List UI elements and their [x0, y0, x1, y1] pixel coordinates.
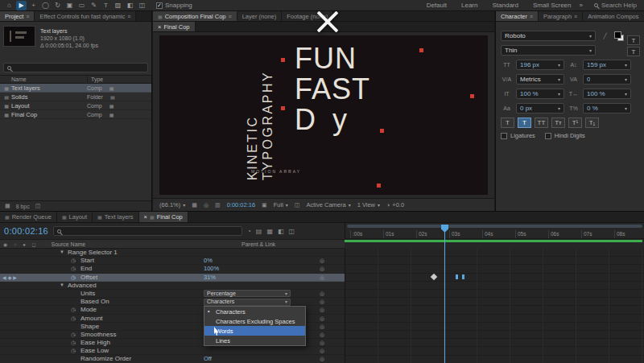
pick-whip-icon[interactable]: ◎: [320, 257, 324, 265]
property-label[interactable]: Units: [80, 290, 95, 298]
tab-layer[interactable]: Layer (none): [237, 11, 283, 21]
tab-character[interactable]: Character ≡: [496, 11, 539, 21]
snapping-checkbox[interactable]: ✓: [156, 2, 163, 9]
orbit-tool-icon[interactable]: ↻: [52, 1, 63, 10]
glyph-tile[interactable]: T: [627, 47, 640, 56]
work-area-bar[interactable]: [347, 225, 642, 228]
panel-menu-icon[interactable]: ≡: [127, 14, 130, 19]
keyframe-track-area[interactable]: [345, 249, 644, 363]
property-label[interactable]: Offset: [80, 274, 97, 282]
property-value[interactable]: 0%: [204, 257, 213, 265]
frame-blending-icon[interactable]: ◧: [278, 228, 284, 235]
pick-whip-icon[interactable]: ◎: [320, 315, 324, 323]
property-value[interactable]: Off: [204, 355, 212, 363]
menu-item-words[interactable]: Words: [204, 326, 305, 336]
table-row[interactable]: ▦ Layout Comp▦: [0, 101, 151, 110]
keyframe-marker[interactable]: [456, 274, 458, 279]
tracking-select[interactable]: 0 ▾: [583, 74, 631, 85]
workspace-learn[interactable]: Learn: [461, 2, 477, 9]
mask-visibility-icon[interactable]: ▥: [215, 202, 221, 208]
composition-mini-flowchart-icon[interactable]: ◔: [247, 228, 251, 235]
subscript-button[interactable]: T₁: [585, 118, 599, 128]
column-parent-link[interactable]: Parent & Link: [242, 241, 275, 247]
pick-whip-icon[interactable]: ◎: [320, 339, 324, 347]
twirl-open-icon[interactable]: ▼: [60, 250, 64, 254]
property-row-ease-low[interactable]: ◷ Ease Low ◎: [0, 347, 345, 355]
property-row-range-selector[interactable]: ▼ Range Selector 1: [0, 249, 345, 257]
camera-select[interactable]: Active Camera ▾: [306, 201, 350, 208]
close-icon[interactable]: ×: [158, 23, 161, 31]
motion-blur-icon[interactable]: ◫: [289, 228, 295, 235]
font-size-select[interactable]: 196 px ▾: [516, 60, 564, 70]
all-caps-button[interactable]: TT: [535, 118, 548, 128]
twirl-open-icon[interactable]: ▼: [60, 283, 64, 287]
pick-whip-icon[interactable]: ◎: [320, 306, 324, 314]
based-on-dropdown[interactable]: Characters ▾: [204, 299, 291, 306]
snapshot-icon[interactable]: ▣: [262, 202, 267, 208]
panel-menu-icon[interactable]: ≡: [26, 14, 29, 19]
stopwatch-icon[interactable]: ◷: [71, 306, 76, 314]
selection-handle[interactable]: [281, 58, 285, 62]
tab-text-layers[interactable]: ▦ Text layers: [93, 212, 139, 222]
table-row[interactable]: ▦ Text layers Comp▦: [0, 84, 151, 93]
workspace-standard[interactable]: Standard: [492, 2, 518, 9]
draft-3d-icon[interactable]: ▤: [256, 228, 262, 235]
property-label[interactable]: Ease High: [80, 339, 110, 347]
property-label[interactable]: End: [80, 265, 92, 273]
property-row-offset[interactable]: ◀◆▶ ◷ Offset 31% ◎: [0, 274, 345, 282]
property-row-start[interactable]: ◷ Start 0% ◎: [0, 257, 345, 265]
tab-paragraph[interactable]: Paragraph ≡: [539, 11, 583, 21]
property-label[interactable]: Amount: [80, 315, 103, 323]
resolution-select[interactable]: Full ▾: [274, 201, 288, 208]
pick-whip-icon[interactable]: ◎: [320, 347, 324, 355]
property-value[interactable]: 31%: [204, 274, 216, 282]
stopwatch-icon[interactable]: ◷: [71, 265, 76, 273]
selection-handle[interactable]: [281, 106, 285, 110]
stopwatch-icon[interactable]: ◷: [71, 331, 76, 339]
column-source-name[interactable]: Source Name: [51, 241, 85, 247]
property-row-randomize-order[interactable]: Randomize Order Off ◎: [0, 355, 345, 363]
target-icon[interactable]: ◎: [204, 202, 208, 208]
units-dropdown[interactable]: Percentage ▾: [204, 290, 291, 297]
hand-tool-icon[interactable]: +: [28, 1, 39, 10]
panel-menu-icon[interactable]: ≡: [530, 14, 533, 19]
viewer-tab-final-cop[interactable]: × Final Cop: [153, 22, 196, 31]
hindi-digits-checkbox[interactable]: [545, 133, 551, 139]
faux-italic-button[interactable]: T: [518, 118, 531, 128]
snapping-toggle[interactable]: ✓ Snapping: [156, 2, 192, 9]
bpc-label[interactable]: 8 bpc: [16, 204, 30, 209]
tab-render-queue[interactable]: ▦ Render Queue: [0, 212, 57, 222]
menu-item-characters-excluding-spaces[interactable]: Characters Excluding Spaces: [204, 316, 305, 326]
grid-guides-icon[interactable]: ▦: [192, 202, 197, 208]
exposure-control[interactable]: ◑ +0.0: [386, 201, 404, 208]
zoom-tool-icon[interactable]: ◯: [40, 1, 51, 10]
tab-effect-controls[interactable]: Effect Controls fun fast dynamic ≡: [35, 11, 136, 21]
shape-tool-icon[interactable]: ✎: [89, 1, 99, 10]
small-caps-button[interactable]: Tт: [551, 118, 565, 128]
tab-final-cop[interactable]: × ▦ Final Cop: [139, 212, 188, 222]
property-label[interactable]: Start: [80, 257, 94, 265]
item-name[interactable]: Text layers: [40, 27, 98, 35]
timeline-ruler[interactable]: :00s 01s 02s 03s 04s 05s 06s 07s 08s: [345, 223, 644, 239]
view-layout-select[interactable]: 1 View ▾: [357, 201, 380, 208]
baseline-shift-select[interactable]: 0 px ▾: [516, 103, 564, 113]
view-layout-icon[interactable]: ◫: [35, 203, 41, 209]
stopwatch-icon[interactable]: ◷: [71, 257, 76, 265]
selection-handle[interactable]: [377, 184, 381, 188]
stopwatch-icon[interactable]: ◷: [71, 339, 76, 347]
table-row[interactable]: ▤ Solids Folder▤: [0, 93, 151, 101]
hide-shy-layers-icon[interactable]: ▦: [266, 228, 273, 235]
project-search-input[interactable]: [3, 63, 148, 72]
selection-handle[interactable]: [470, 94, 474, 98]
prev-keyframe-icon[interactable]: ◀: [2, 275, 8, 280]
next-keyframe-icon[interactable]: ▶: [13, 275, 19, 280]
stopwatch-icon[interactable]: ◷: [71, 347, 76, 355]
timeline-current-time[interactable]: 0:00:02:16: [4, 226, 48, 236]
composition-viewport[interactable]: KINETIC TYPOGRAPHY FUN FAST D y MOTION A…: [159, 35, 488, 195]
pick-whip-icon[interactable]: ◎: [320, 265, 324, 273]
selection-handle[interactable]: [380, 129, 384, 133]
selection-handle[interactable]: [419, 48, 423, 52]
property-label[interactable]: Shape: [80, 323, 99, 331]
keyframe-marker[interactable]: [462, 274, 464, 279]
ligatures-checkbox[interactable]: [501, 133, 507, 139]
